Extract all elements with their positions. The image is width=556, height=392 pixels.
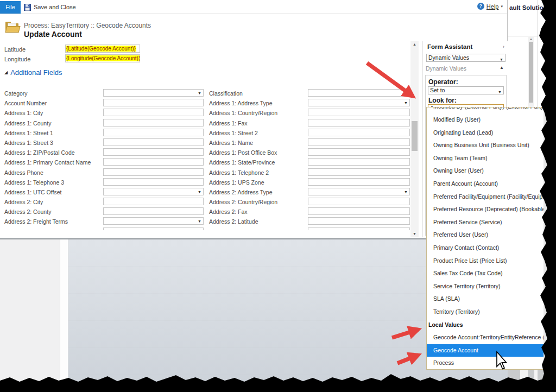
field-label: Address 1: UTC Offset bbox=[4, 189, 61, 195]
dropdown-item[interactable]: Preferred Resource (Deprecated) (Bookabl… bbox=[427, 203, 547, 216]
field-select[interactable]: ▼ bbox=[103, 89, 204, 97]
operator-select[interactable]: Set to▼ bbox=[428, 86, 504, 94]
field-row: Account NumberAddress 1: Address Type▼ bbox=[0, 98, 410, 108]
field-label: Address 1: Address Type bbox=[209, 100, 273, 106]
dropdown-item[interactable]: Service Territory (Territory) bbox=[427, 280, 547, 293]
field-input[interactable] bbox=[103, 227, 204, 230]
scroll-up-icon[interactable]: ▲ bbox=[528, 37, 534, 42]
dropdown-arrow-icon: ▼ bbox=[500, 56, 503, 63]
chevron-down-icon: ▾ bbox=[501, 4, 503, 9]
field-input[interactable] bbox=[308, 168, 410, 176]
field-input[interactable] bbox=[308, 148, 410, 156]
field-input[interactable] bbox=[103, 158, 204, 166]
field-input[interactable] bbox=[308, 129, 410, 136]
panel-collapse-icon[interactable]: › bbox=[503, 44, 504, 49]
dropdown-item[interactable]: Process bbox=[427, 357, 547, 370]
field-input[interactable] bbox=[103, 148, 204, 156]
field-label: Address 2: County bbox=[4, 208, 51, 215]
field-select[interactable]: ▼ bbox=[103, 217, 204, 225]
field-input[interactable] bbox=[103, 119, 204, 127]
field-input[interactable] bbox=[103, 99, 204, 106]
background-window-lower bbox=[507, 369, 549, 392]
dropdown-item[interactable]: Preferred User (User) bbox=[427, 229, 547, 242]
field-row: Address 2: Freight Terms▼Address 2: Lati… bbox=[0, 217, 410, 226]
scroll-down-icon[interactable]: ▼ bbox=[410, 231, 419, 237]
field-input[interactable] bbox=[308, 227, 410, 230]
field-input[interactable] bbox=[103, 178, 204, 186]
latitude-label: Latitude bbox=[4, 46, 26, 53]
dropdown-item[interactable]: Owning Business Unit (Business Unit) bbox=[427, 139, 547, 152]
field-select[interactable]: ▼ bbox=[308, 99, 410, 106]
field-input[interactable] bbox=[308, 178, 410, 186]
field-input[interactable] bbox=[308, 217, 410, 225]
additional-fields-toggle[interactable]: ◢ Additional Fields bbox=[4, 68, 62, 77]
dropdown-item[interactable]: Owning Team (Team) bbox=[427, 152, 547, 165]
file-tab[interactable]: File bbox=[0, 1, 21, 14]
background-scrollbar[interactable]: ▲ bbox=[528, 37, 534, 108]
help-button[interactable]: ? Help ▾ bbox=[477, 3, 503, 10]
field-label: Address 1: ZIP/Postal Code bbox=[4, 149, 75, 156]
field-row: Address 2: CityAddress 2: Country/Region bbox=[0, 197, 410, 207]
field-input[interactable] bbox=[103, 138, 204, 146]
longitude-dynamic-value: {Longitude(Geocode Account)} bbox=[66, 55, 140, 61]
field-label: Address 2: Latitude bbox=[209, 218, 258, 225]
dropdown-item[interactable]: Territory (Territory) bbox=[427, 306, 547, 319]
dialog-scrollbar[interactable]: ▲ ▼ bbox=[410, 41, 419, 237]
field-input[interactable] bbox=[103, 207, 204, 215]
field-label: Address 1: Telephone 2 bbox=[209, 169, 269, 176]
dropdown-item[interactable]: Parent Account (Account) bbox=[427, 178, 547, 191]
scrollbar-thumb[interactable] bbox=[529, 42, 533, 103]
dynamic-values-section-header[interactable]: Dynamic Values ▲ bbox=[423, 64, 508, 73]
look-for-label: Look for: bbox=[428, 97, 457, 104]
dialog-toolbar: File Save and Close ? Help ▾ bbox=[0, 0, 507, 14]
dropdown-arrow-icon: ▼ bbox=[404, 190, 408, 194]
dropdown-scrollbar[interactable] bbox=[544, 108, 547, 369]
field-select[interactable]: ▼ bbox=[308, 89, 410, 97]
dropdown-item[interactable]: Geocode Account:TerritoryEntityReference… bbox=[427, 331, 547, 344]
field-input[interactable] bbox=[103, 168, 204, 176]
dropdown-item[interactable]: Primary Contact (Contact) bbox=[427, 242, 547, 255]
longitude-label: Longitude bbox=[4, 56, 30, 62]
field-label: Address 1: UPS Zone bbox=[209, 179, 264, 186]
dropdown-item[interactable]: Owning User (User) bbox=[427, 165, 547, 178]
dropdown-item[interactable]: Preferred Facility/Equipment (Facility/E… bbox=[427, 191, 547, 204]
form-assistant-title: Form Assistant bbox=[427, 43, 472, 50]
field-input[interactable] bbox=[103, 198, 204, 205]
field-select[interactable]: ▼ bbox=[308, 188, 410, 195]
save-and-close-button[interactable]: Save and Close bbox=[24, 2, 76, 12]
dropdown-item[interactable]: Preferred Service (Service) bbox=[427, 216, 547, 229]
dropdown-item[interactable]: Modified By (User) bbox=[427, 113, 547, 127]
background-divider-strip bbox=[60, 239, 68, 392]
additional-fields-grid: Category▼Classification▼Account NumberAd… bbox=[0, 88, 410, 230]
dropdown-item[interactable]: Originating Lead (Lead) bbox=[427, 127, 547, 140]
field-input[interactable] bbox=[308, 158, 410, 166]
scrollbar-thumb[interactable] bbox=[412, 121, 418, 151]
operator-label: Operator: bbox=[428, 78, 458, 86]
field-select[interactable]: ▼ bbox=[103, 188, 204, 195]
longitude-input[interactable]: {Longitude(Geocode Account)} bbox=[65, 54, 140, 62]
field-row: Address 1: Street 1Address 1: Street 2 bbox=[0, 128, 410, 138]
latitude-input[interactable]: {Latitude(Geocode Account)} bbox=[65, 45, 140, 53]
scroll-up-icon[interactable]: ▲ bbox=[410, 41, 419, 48]
field-input[interactable] bbox=[308, 138, 410, 146]
field-label: Classification bbox=[209, 90, 243, 97]
field-input[interactable] bbox=[308, 109, 410, 116]
dropdown-item-selected[interactable]: Geocode Account bbox=[427, 344, 547, 357]
field-row: Address PhoneAddress 1: Telephone 2 bbox=[0, 168, 410, 178]
local-values-header: Local Values bbox=[427, 319, 547, 332]
additional-fields-label: Additional Fields bbox=[10, 68, 62, 77]
background-left-panel bbox=[0, 239, 60, 392]
field-input[interactable] bbox=[308, 119, 410, 127]
form-assistant-mode-select[interactable]: Dynamic Values▼ bbox=[426, 54, 506, 62]
field-row: Address 2: CountyAddress 2: Fax bbox=[0, 207, 410, 217]
dropdown-item[interactable]: Product Price List (Price List) bbox=[427, 255, 547, 268]
field-input[interactable] bbox=[103, 109, 204, 116]
field-label: Address 2: City bbox=[4, 199, 43, 205]
dropdown-item[interactable]: Modified By (External Party) (External P… bbox=[427, 108, 547, 113]
dropdown-item[interactable]: Sales Tax Code (Tax Code) bbox=[427, 267, 547, 280]
field-input[interactable] bbox=[308, 207, 410, 215]
field-input[interactable] bbox=[308, 198, 410, 205]
field-label: Address 1: Primary Contact Name bbox=[4, 159, 91, 166]
field-input[interactable] bbox=[103, 129, 204, 136]
dropdown-item[interactable]: SLA (SLA) bbox=[427, 293, 547, 306]
